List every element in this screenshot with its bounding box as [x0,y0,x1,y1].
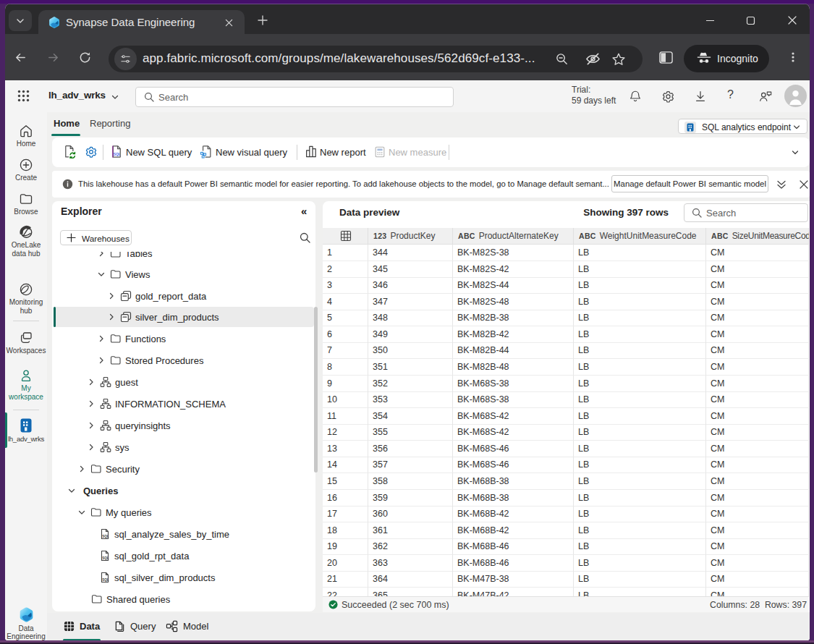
svg-text:SQL: SQL [102,535,109,538]
svg-text:SQL: SQL [102,556,109,560]
svg-text:SQL: SQL [102,578,109,582]
svg-text:SQL: SQL [114,153,121,156]
